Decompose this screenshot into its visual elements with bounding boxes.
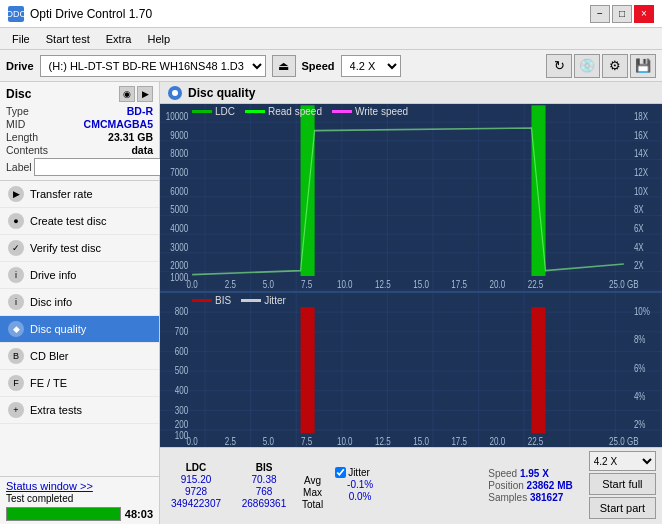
- svg-text:14X: 14X: [634, 147, 649, 159]
- svg-text:12.5: 12.5: [375, 434, 391, 447]
- nav-disc-quality[interactable]: ◆ Disc quality: [0, 316, 159, 343]
- ldc-header: LDC: [166, 462, 226, 473]
- svg-text:4X: 4X: [634, 240, 644, 252]
- bis-col: BIS 70.38 768 26869361: [234, 462, 294, 509]
- jitter-avg-val: -0.1%: [335, 479, 385, 490]
- ldc-avg-val: 915.20: [166, 474, 226, 485]
- chart-top: LDC Read speed Write speed: [160, 104, 662, 293]
- stats-speed-select[interactable]: 4.2 X: [589, 451, 656, 471]
- nav-drive-info[interactable]: i Drive info: [0, 262, 159, 289]
- menu-help[interactable]: Help: [139, 31, 178, 47]
- disc-icon-btn2[interactable]: ▶: [137, 86, 153, 102]
- legend-read-speed: Read speed: [245, 106, 322, 117]
- legend-write-speed: Write speed: [332, 106, 408, 117]
- label-input[interactable]: [34, 158, 167, 176]
- svg-text:2000: 2000: [170, 259, 188, 271]
- progress-row: 48:03: [6, 507, 153, 521]
- legend-ldc: LDC: [192, 106, 235, 117]
- svg-text:17.5: 17.5: [451, 278, 467, 290]
- svg-rect-33: [160, 293, 662, 447]
- label-row: Label 🔍: [6, 158, 153, 176]
- left-panel: Disc ◉ ▶ Type BD-R MID CMCMAGBA5 Length …: [0, 82, 160, 524]
- status-area: Status window >> Test completed 48:03: [0, 476, 159, 524]
- chart-legend: LDC Read speed Write speed: [192, 106, 408, 117]
- close-button[interactable]: ×: [634, 5, 654, 23]
- svg-text:10.0: 10.0: [337, 434, 353, 447]
- legend-bis: BIS: [192, 295, 231, 306]
- chart-bottom-legend: BIS Jitter: [192, 295, 286, 306]
- svg-text:7000: 7000: [170, 166, 188, 178]
- position-label: Position: [488, 480, 524, 491]
- nav-label-verify: Verify test disc: [30, 242, 101, 254]
- nav-extra-tests[interactable]: + Extra tests: [0, 397, 159, 424]
- menu-extra[interactable]: Extra: [98, 31, 140, 47]
- max-label: Max: [302, 487, 323, 498]
- svg-text:10000: 10000: [166, 110, 188, 122]
- minimize-button[interactable]: −: [590, 5, 610, 23]
- svg-text:10%: 10%: [634, 305, 650, 318]
- nav-label-disc-info: Disc info: [30, 296, 72, 308]
- bis-avg-val: 70.38: [234, 474, 294, 485]
- svg-text:8000: 8000: [170, 147, 188, 159]
- svg-text:400: 400: [175, 383, 189, 396]
- nav-icon-create: ●: [8, 213, 24, 229]
- svg-text:3000: 3000: [170, 240, 188, 252]
- nav-icon-cd-bler: B: [8, 348, 24, 364]
- svg-text:4000: 4000: [170, 222, 188, 234]
- nav-verify-test-disc[interactable]: ✓ Verify test disc: [0, 235, 159, 262]
- chart-bottom-svg: 800 700 600 500 400 300 200 100 10% 8% 6…: [160, 293, 662, 447]
- nav-label-extra: Extra tests: [30, 404, 82, 416]
- toolbar-btn-4[interactable]: 💾: [630, 54, 656, 78]
- status-window-link[interactable]: Status window >>: [6, 480, 93, 492]
- svg-text:22.5: 22.5: [528, 278, 544, 290]
- svg-text:22.5: 22.5: [528, 434, 544, 447]
- nav-disc-info[interactable]: i Disc info: [0, 289, 159, 316]
- nav-fe-te[interactable]: F FE / TE: [0, 370, 159, 397]
- svg-text:15.0: 15.0: [413, 278, 429, 290]
- svg-rect-0: [160, 104, 662, 291]
- menu-start-test[interactable]: Start test: [38, 31, 98, 47]
- menu-file[interactable]: File: [4, 31, 38, 47]
- main-layout: Disc ◉ ▶ Type BD-R MID CMCMAGBA5 Length …: [0, 82, 662, 524]
- nav-icon-disc-quality: ◆: [8, 321, 24, 337]
- jitter-col: Jitter -0.1% 0.0%: [335, 467, 385, 503]
- toolbar-btn-2[interactable]: 💿: [574, 54, 600, 78]
- svg-text:1000: 1000: [170, 271, 188, 283]
- legend-write-color: [332, 110, 352, 113]
- svg-text:6X: 6X: [634, 222, 644, 234]
- contents-row: Contents data: [6, 144, 153, 156]
- mid-val: CMCMAGBA5: [84, 118, 153, 130]
- svg-text:8X: 8X: [634, 203, 644, 215]
- chart-top-svg: 10000 9000 8000 7000 6000 5000 4000 3000…: [160, 104, 662, 291]
- row-labels-col: Avg Max Total: [302, 460, 323, 510]
- disc-icon-btn1[interactable]: ◉: [119, 86, 135, 102]
- speed-info-label: Speed: [488, 468, 517, 479]
- bis-header: BIS: [234, 462, 294, 473]
- nav-label-cd-bler: CD Bler: [30, 350, 69, 362]
- nav-cd-bler[interactable]: B CD Bler: [0, 343, 159, 370]
- start-part-button[interactable]: Start part: [589, 497, 656, 519]
- nav-transfer-rate[interactable]: ▶ Transfer rate: [0, 181, 159, 208]
- position-row: Position 23862 MB: [488, 480, 573, 491]
- legend-ldc-color: [192, 110, 212, 113]
- type-key: Type: [6, 105, 29, 117]
- mid-key: MID: [6, 118, 25, 130]
- disc-quality-header: Disc quality: [160, 82, 662, 104]
- nav-create-test-disc[interactable]: ● Create test disc: [0, 208, 159, 235]
- speed-select-drive[interactable]: 4.2 X 1.0 X 2.0 X: [341, 55, 401, 77]
- bis-total-val: 26869361: [234, 498, 294, 509]
- jitter-checkbox[interactable]: [335, 467, 346, 478]
- legend-jitter: Jitter: [241, 295, 286, 306]
- drive-select[interactable]: (H:) HL-DT-ST BD-RE WH16NS48 1.D3: [40, 55, 266, 77]
- maximize-button[interactable]: □: [612, 5, 632, 23]
- length-key: Length: [6, 131, 38, 143]
- jitter-check-row: Jitter: [335, 467, 385, 478]
- start-full-button[interactable]: Start full: [589, 473, 656, 495]
- svg-text:16X: 16X: [634, 128, 649, 140]
- eject-button[interactable]: ⏏: [272, 55, 296, 77]
- toolbar-btn-3[interactable]: ⚙: [602, 54, 628, 78]
- mid-row: MID CMCMAGBA5: [6, 118, 153, 130]
- toolbar-btn-1[interactable]: ↻: [546, 54, 572, 78]
- svg-text:300: 300: [175, 403, 189, 416]
- speed-info-val: 1.95 X: [520, 468, 549, 479]
